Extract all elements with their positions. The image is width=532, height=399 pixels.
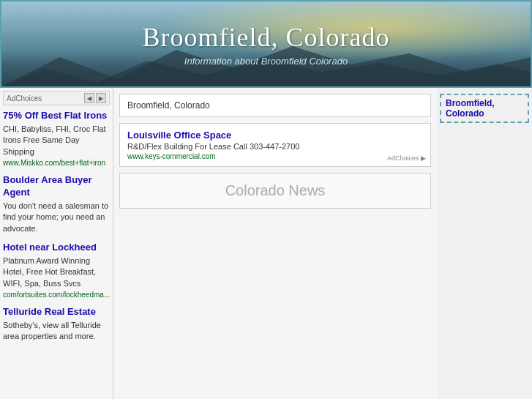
sidebar-ad-3-title[interactable]: Hotel near Lockheed bbox=[3, 242, 97, 253]
sidebar-ad-3: Hotel near Lockheed Platinum Award Winni… bbox=[3, 242, 110, 299]
page-header: Broomfield, Colorado Information about B… bbox=[0, 0, 532, 88]
sidebar-ad-4-text: Sotheby's, view all Telluride area prope… bbox=[3, 320, 110, 343]
ad-nav-prev[interactable]: ◀ bbox=[84, 93, 94, 103]
left-sidebar: AdChoices ◀ ▶ 75% Off Best Flat Irons CH… bbox=[0, 88, 113, 399]
sidebar-ad-1-text: CHI, Babyliss, FHI, Croc Flat Irons Free… bbox=[3, 124, 110, 157]
ad-choices-bar: AdChoices ◀ ▶ bbox=[3, 91, 110, 105]
right-sidebar-link[interactable]: Broomfield, Colorado bbox=[446, 98, 495, 119]
ad-choices-label: AdChoices bbox=[7, 94, 42, 102]
ad-card-text: R&D/Flex Building For Lease Call 303-447… bbox=[127, 142, 423, 151]
sidebar-ad-1: 75% Off Best Flat Irons CHI, Babyliss, F… bbox=[3, 110, 110, 167]
ad-card-title[interactable]: Louisville Office Space bbox=[127, 130, 231, 141]
page-subtitle: Information about Broomfield Colorado bbox=[184, 56, 348, 67]
sidebar-ad-2-text: You don't need a salesman to find your h… bbox=[3, 201, 110, 234]
center-content: Broomfield, Colorado Louisville Office S… bbox=[113, 88, 437, 399]
sidebar-ad-2: Boulder Area Buyer Agent You don't need … bbox=[3, 174, 110, 234]
ad-card: Louisville Office Space R&D/Flex Buildin… bbox=[119, 123, 431, 167]
sidebar-ad-3-text: Platinum Award Winning Hotel, Free Hot B… bbox=[3, 256, 110, 289]
sidebar-ad-1-url: www.Miskko.com/best+flat+iron bbox=[3, 159, 110, 167]
sidebar-ad-4: Telluride Real Estate Sotheby's, view al… bbox=[3, 306, 110, 343]
sidebar-ad-2-title[interactable]: Boulder Area Buyer Agent bbox=[3, 174, 92, 198]
breadcrumb-box: Broomfield, Colorado bbox=[119, 94, 431, 117]
breadcrumb-text: Broomfield, Colorado bbox=[127, 100, 210, 111]
colorado-news-heading: Colorado News bbox=[119, 173, 431, 209]
main-wrapper: AdChoices ◀ ▶ 75% Off Best Flat Irons CH… bbox=[0, 88, 532, 399]
sidebar-ad-1-title[interactable]: 75% Off Best Flat Irons bbox=[3, 110, 107, 121]
right-sidebar: Broomfield, Colorado bbox=[437, 88, 532, 399]
right-link-box: Broomfield, Colorado bbox=[440, 94, 529, 123]
ad-card-url: www.keys-commercial.com bbox=[127, 152, 423, 160]
sidebar-ad-3-url: comfortsuites.com/lockheedma... bbox=[3, 291, 110, 299]
ad-nav-next[interactable]: ▶ bbox=[96, 93, 106, 103]
ad-choices-corner: AdChoices ▶ bbox=[387, 154, 426, 162]
page-title: Broomfield, Colorado bbox=[143, 22, 390, 53]
sidebar-ad-4-title[interactable]: Telluride Real Estate bbox=[3, 306, 96, 317]
ad-nav-buttons: ◀ ▶ bbox=[84, 93, 106, 103]
